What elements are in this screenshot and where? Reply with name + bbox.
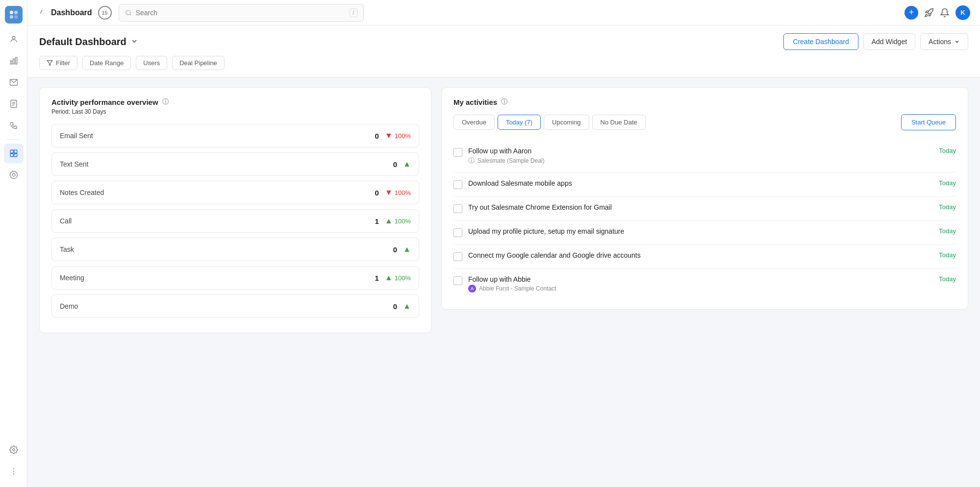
metric-row-text-sent: Text Sent 0 ▲ (51, 152, 419, 176)
activity-date: Today (939, 251, 956, 259)
tab-upcoming[interactable]: Upcoming (544, 115, 589, 130)
my-activities-title: My activities ⓘ (453, 97, 956, 106)
svg-point-2 (9, 15, 13, 19)
activity-date: Today (939, 203, 956, 211)
svg-rect-5 (10, 61, 12, 64)
start-queue-button[interactable]: Start Queue (901, 114, 956, 130)
create-dashboard-button[interactable]: Create Dashboard (783, 33, 858, 50)
sidebar-item-reports[interactable] (4, 51, 24, 71)
svg-rect-13 (10, 150, 13, 153)
svg-point-3 (14, 15, 17, 19)
metric-trend: ▲ (403, 302, 411, 311)
users-button[interactable]: Users (136, 56, 167, 70)
svg-rect-15 (10, 154, 13, 157)
deal-pipeline-button[interactable]: Deal Pipeline (172, 56, 225, 70)
contact-avatar: A (468, 285, 476, 292)
activity-date: Today (939, 227, 956, 235)
sidebar-item-more[interactable] (4, 462, 24, 481)
sidebar-divider (6, 139, 21, 140)
activity-content: Download Salesmate mobile apps (468, 179, 933, 189)
activity-checkbox[interactable] (453, 252, 462, 261)
filter-button[interactable]: Filter (39, 56, 77, 70)
sidebar-item-dashboard[interactable] (4, 144, 24, 163)
tab-overdue[interactable]: Overdue (453, 115, 495, 130)
dashboard-title: Default Dashboard (39, 36, 138, 48)
metric-row-task: Task 0 ▲ (51, 238, 419, 261)
sidebar-bottom (4, 440, 24, 481)
filter-row: Filter Date Range Users Deal Pipeline (39, 56, 968, 77)
tab-no-due-date[interactable]: No Due Date (592, 115, 646, 130)
back-arrow-icon[interactable] (37, 8, 45, 18)
svg-point-4 (12, 36, 15, 39)
svg-rect-6 (13, 59, 14, 64)
metric-trend: ▲ 100% (385, 273, 411, 282)
activity-content: Upload my profile picture, setup my emai… (468, 227, 933, 237)
metric-row-demo: Demo 0 ▲ (51, 294, 419, 318)
activity-item: Download Salesmate mobile apps Today (453, 172, 956, 196)
metric-row-notes: Notes Created 0 ▼ 100% (51, 181, 419, 204)
rocket-icon[interactable] (924, 8, 934, 18)
activity-overview-card: Activity performance overview ⓘ Period: … (39, 87, 431, 333)
sidebar-item-contacts[interactable] (4, 29, 24, 49)
search-bar: / (119, 4, 364, 22)
activity-item: Follow up with Aaron ⓘ Salesmate (Sample… (453, 140, 956, 172)
add-widget-button[interactable]: Add Widget (863, 33, 915, 50)
left-panel: Activity performance overview ⓘ Period: … (39, 87, 431, 477)
svg-point-22 (13, 473, 14, 474)
tab-today[interactable]: Today (7) (498, 115, 541, 130)
dashboard-dropdown-icon[interactable] (130, 36, 138, 48)
activity-checkbox[interactable] (453, 180, 462, 189)
activity-period: Period: Last 30 Days (51, 108, 419, 115)
filter-icon (47, 60, 53, 66)
metric-trend: ▼ 100% (385, 188, 411, 197)
activity-content: Follow up with Abbie A Abbie Furst - Sam… (468, 275, 933, 292)
search-input[interactable] (136, 9, 346, 17)
metric-row-meeting: Meeting 1 ▲ 100% (51, 266, 419, 290)
app-logo[interactable] (5, 6, 23, 24)
avatar[interactable]: K (955, 5, 970, 20)
topnav: Dashboard 15 / + K (27, 0, 980, 25)
activity-item: Try out Salesmate Chrome Extension for G… (453, 196, 956, 220)
svg-rect-7 (15, 57, 17, 64)
topnav-right: + K (905, 5, 970, 20)
main-content: Dashboard 15 / + K Default Dashboard (27, 0, 980, 487)
activity-checkbox[interactable] (453, 276, 462, 285)
metric-trend: ▲ 100% (385, 217, 411, 225)
svg-point-23 (126, 10, 130, 14)
activity-checkbox[interactable] (453, 228, 462, 237)
svg-point-20 (13, 468, 14, 469)
page-title: Dashboard (51, 8, 92, 17)
trend-up-icon: ▲ (403, 160, 411, 169)
metric-row-call: Call 1 ▲ 100% (51, 209, 419, 233)
add-button[interactable]: + (905, 6, 918, 20)
my-activities-card: My activities ⓘ Overdue Today (7) Upcomi… (441, 87, 968, 310)
trend-up-icon: ▲ (403, 302, 411, 311)
activity-checkbox[interactable] (453, 148, 462, 157)
activity-overview-title: Activity performance overview ⓘ (51, 97, 419, 106)
actions-chevron-icon (954, 39, 960, 45)
deal-icon: ⓘ (468, 156, 475, 165)
svg-point-0 (9, 11, 13, 14)
svg-point-18 (12, 173, 15, 176)
activity-item: Follow up with Abbie A Abbie Furst - Sam… (453, 268, 956, 299)
metric-trend: ▼ 100% (385, 131, 411, 140)
activities-info-icon: ⓘ (501, 97, 507, 106)
activity-item: Upload my profile picture, setup my emai… (453, 220, 956, 244)
actions-button[interactable]: Actions (920, 33, 968, 50)
sidebar-item-email[interactable] (4, 73, 24, 92)
activity-content: Connect my Google calendar and Google dr… (468, 251, 933, 261)
content-body: Activity performance overview ⓘ Period: … (27, 77, 980, 487)
sidebar-item-notes[interactable] (4, 94, 24, 114)
sidebar-item-settings[interactable] (4, 440, 24, 460)
trend-up-icon: ▲ (385, 273, 393, 282)
header-actions: Create Dashboard Add Widget Actions (783, 33, 968, 50)
sidebar-item-phone[interactable] (4, 116, 24, 135)
sidebar-item-integrations[interactable] (4, 165, 24, 185)
activity-checkbox[interactable] (453, 204, 462, 213)
activity-date: Today (939, 275, 956, 283)
bell-icon[interactable] (940, 8, 950, 18)
sidebar (0, 0, 27, 487)
date-range-button[interactable]: Date Range (82, 56, 131, 70)
trend-up-icon: ▲ (385, 217, 393, 225)
svg-point-1 (14, 11, 17, 14)
